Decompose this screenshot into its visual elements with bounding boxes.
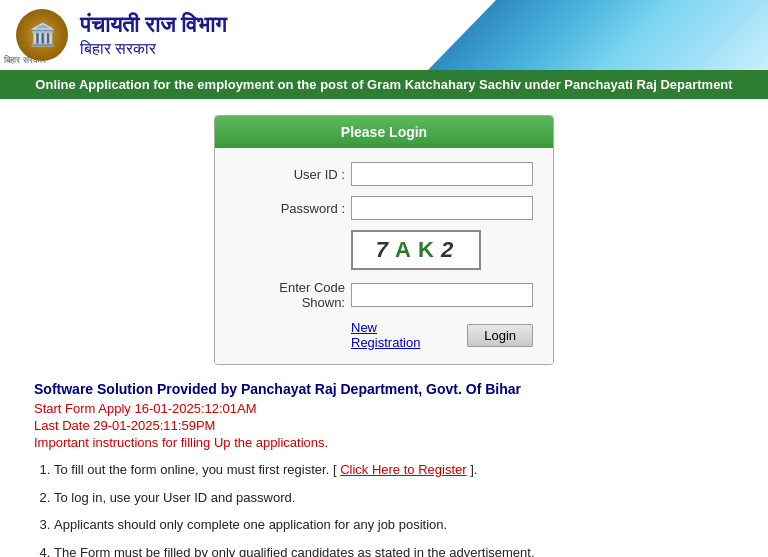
- login-form-container: Please Login User ID : Password : 7 A K …: [214, 115, 554, 365]
- password-label: Password :: [235, 201, 345, 216]
- list-item-1-text-before: To fill out the form online, you must fi…: [54, 462, 340, 477]
- list-item-1: To fill out the form online, you must fi…: [54, 460, 734, 480]
- list-item-3: Applicants should only complete one appl…: [54, 515, 734, 535]
- userid-row: User ID :: [235, 162, 533, 186]
- password-row: Password :: [235, 196, 533, 220]
- enter-code-row: Enter Code Shown:: [235, 280, 533, 310]
- list-item-3-text: Applicants should only complete one appl…: [54, 517, 447, 532]
- captcha-image: 7 A K 2: [351, 230, 481, 270]
- software-line: Software Solution Provided by Panchayat …: [34, 381, 734, 397]
- login-button[interactable]: Login: [467, 324, 533, 347]
- logo-title-line1: पंचायती राज विभाग: [80, 12, 226, 38]
- header: 🏛️ पंचायती राज विभाग बिहार सरकार बिहार स…: [0, 0, 768, 70]
- info-section: Software Solution Provided by Panchayat …: [34, 381, 734, 557]
- banner: Online Application for the employment on…: [0, 70, 768, 99]
- list-item-4: The Form must be filled by only qualifie…: [54, 543, 734, 558]
- last-date: Last Date 29-01-2025:11:59PM: [34, 418, 734, 433]
- userid-label: User ID :: [235, 167, 345, 182]
- captcha-char-2: A: [395, 237, 414, 263]
- password-input[interactable]: [351, 196, 533, 220]
- instructions-list: To fill out the form online, you must fi…: [34, 460, 734, 557]
- instructions-title: Important instructions for filling Up th…: [34, 435, 734, 450]
- logo-text: पंचायती राज विभाग बिहार सरकार: [80, 12, 226, 58]
- new-registration-link[interactable]: New Registration: [351, 320, 447, 350]
- captcha-display-row: 7 A K 2: [235, 230, 533, 270]
- click-here-register-link[interactable]: Click Here to Register: [340, 462, 466, 477]
- main-content: Please Login User ID : Password : 7 A K …: [0, 99, 768, 557]
- list-item-4-text: The Form must be filled by only qualifie…: [54, 545, 535, 558]
- enter-code-label: Enter Code Shown:: [235, 280, 345, 310]
- list-item-2-text: To log in, use your User ID and password…: [54, 490, 295, 505]
- login-form-body: User ID : Password : 7 A K 2 Enter Code: [215, 148, 553, 364]
- captcha-char-3: K: [418, 237, 437, 263]
- list-item-1-text-after: ].: [467, 462, 478, 477]
- form-bottom-row: New Registration Login: [235, 320, 533, 350]
- banner-text: Online Application for the employment on…: [35, 77, 732, 92]
- login-form-header: Please Login: [215, 116, 553, 148]
- logo-area: 🏛️ पंचायती राज विभाग बिहार सरकार: [16, 9, 226, 61]
- start-date: Start Form Apply 16-01-2025:12:01AM: [34, 401, 734, 416]
- captcha-char-4: 2: [441, 237, 456, 263]
- list-item-2: To log in, use your User ID and password…: [54, 488, 734, 508]
- logo-title-line2: बिहार सरकार: [80, 39, 226, 58]
- captcha-input[interactable]: [351, 283, 533, 307]
- logo-emblem: 🏛️: [16, 9, 68, 61]
- captcha-char-1: 7: [376, 237, 391, 263]
- userid-input[interactable]: [351, 162, 533, 186]
